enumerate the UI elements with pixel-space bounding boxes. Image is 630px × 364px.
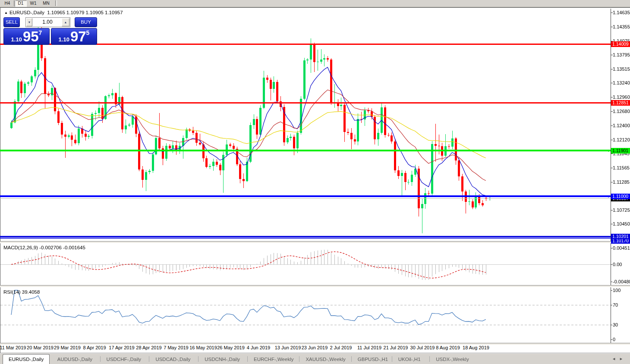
toolbar-separator xyxy=(55,0,57,6)
current-price-line xyxy=(0,198,611,199)
panel-separator-main-macd[interactable] xyxy=(0,241,630,243)
sell-price-prefix: 1.10 xyxy=(11,36,22,43)
line-anchor-icon[interactable]: ◄ xyxy=(606,149,610,152)
tab-separator xyxy=(351,356,352,362)
tab-item-ukoil-h1[interactable]: UKOil-,H1 xyxy=(393,355,426,364)
ohlc-open: 1.10965 xyxy=(47,10,65,15)
rsi-axis-label: 30 xyxy=(613,322,618,327)
price-axis-label: 1.10450 xyxy=(613,221,630,226)
macd-indicator-label: MACD(12,26,9) -0.002706 -0.001645 xyxy=(3,245,85,250)
buy-price-big: 97 xyxy=(70,28,86,44)
tab-scroll-left-icon[interactable]: ◄ xyxy=(612,357,619,361)
horizontal-line-1.12851[interactable] xyxy=(0,102,611,104)
macd-axis-label: -0.004806 xyxy=(613,279,630,284)
macd-values: -0.002706 -0.001645 xyxy=(39,245,85,250)
price-axis-label: 1.12400 xyxy=(613,123,630,128)
timeframe-button-mn[interactable]: MN xyxy=(41,0,52,6)
rsi-axis-label: 0 xyxy=(613,337,615,342)
price-badge-1.11901: 1.11901 xyxy=(611,148,630,154)
chart-tab-bar: ◄► EURUSD-,DailyAUDUSD-,DailyUSDCHF-,Dai… xyxy=(0,353,630,364)
tab-separator xyxy=(429,356,430,362)
symbol-period-label: EURUSD-,Daily xyxy=(9,10,44,15)
macd-axis-label: 0.00 xyxy=(613,262,622,267)
rsi-axis-label: 100 xyxy=(613,288,621,293)
tab-scroll-arrows[interactable]: ◄► xyxy=(612,357,627,361)
price-axis-label: 1.13795 xyxy=(613,52,630,57)
timeframe-toolbar: H4D1W1MN xyxy=(0,0,630,7)
price-badge-1.11000: 1.11000 xyxy=(611,194,630,199)
horizontal-line-1.11000[interactable] xyxy=(0,195,611,197)
ohlc-high: 1.10979 xyxy=(66,10,85,15)
tab-item-audusd-daily[interactable]: AUDUSD-,Daily xyxy=(52,355,98,364)
macd-axis-label: 0.004517 xyxy=(613,245,630,251)
tab-separator xyxy=(247,356,248,362)
tab-separator xyxy=(299,356,299,362)
price-axis-label: 1.11565 xyxy=(613,165,630,170)
one-click-trading-panel: SELL ▼ 1.00 ▲ BUY 1.10 95 7 1.10 97 5 xyxy=(3,17,97,45)
panel-separator-macd-rsi[interactable] xyxy=(0,285,630,287)
tab-scroll-right-icon[interactable]: ► xyxy=(619,357,627,361)
horizontal-line-1.10170[interactable] xyxy=(0,238,611,238)
price-axis-label: 1.14635 xyxy=(613,10,630,15)
ohlc-close: 1.10957 xyxy=(105,10,123,15)
price-axis-label: 1.13240 xyxy=(613,80,630,85)
price-badge-1.12851: 1.12851 xyxy=(611,100,630,106)
price-axis-label: 1.10725 xyxy=(613,207,630,213)
toolbar-separator xyxy=(14,0,16,6)
timeframe-button-w1[interactable]: W1 xyxy=(28,0,39,6)
tab-item-usdchf-daily[interactable]: USDCHF-,Daily xyxy=(101,355,147,364)
rsi-indicator-label: RSI(14) 39.4058 xyxy=(3,289,40,295)
collapse-triangle-icon[interactable]: ▲ xyxy=(4,11,8,15)
volume-decrease-icon[interactable]: ▼ xyxy=(26,18,32,26)
buy-price-sup: 5 xyxy=(86,29,90,36)
ohlc-low: 1.10905 xyxy=(85,10,104,15)
volume-stepper: ▼ 1.00 ▲ xyxy=(25,17,70,27)
sell-price-sup: 7 xyxy=(39,29,42,36)
volume-value[interactable]: 1.00 xyxy=(33,18,62,27)
tab-separator xyxy=(198,356,198,362)
buy-button[interactable]: BUY xyxy=(75,17,97,27)
price-axis-label: 1.12120 xyxy=(613,137,630,142)
sell-button[interactable]: SELL xyxy=(3,17,20,27)
tab-item-gbpusd-h1[interactable]: GBPUSD-,H1 xyxy=(352,355,394,364)
tab-item-eurusd-daily[interactable]: EURUSD-,Daily xyxy=(3,354,50,364)
rsi-axis-label: 70 xyxy=(613,302,618,308)
buy-price-button[interactable]: 1.10 97 5 xyxy=(51,28,97,45)
rsi-value: 39.4058 xyxy=(22,289,40,295)
tab-item-eurchf-weekly[interactable]: EURCHF-,Weekly xyxy=(248,355,299,364)
price-axis-border xyxy=(611,9,611,343)
tab-item-usdx-weekly[interactable]: USDX-,Weekly xyxy=(430,355,474,364)
price-axis-label: 1.11285 xyxy=(613,179,630,185)
sell-price-button[interactable]: 1.10 95 7 xyxy=(3,28,50,45)
tab-item-usdcnh-daily[interactable]: USDCNH-,Daily xyxy=(199,355,246,364)
volume-increase-icon[interactable]: ▲ xyxy=(62,18,69,26)
line-anchor-icon[interactable]: ◄ xyxy=(606,195,610,198)
timeframe-button-h4[interactable]: H4 xyxy=(2,0,13,6)
tab-item-xauusd-weekly[interactable]: XAUUSD-,Weekly xyxy=(300,355,351,364)
timeframe-button-d1[interactable]: D1 xyxy=(15,0,27,7)
tab-separator xyxy=(149,356,149,362)
trading-terminal: H4D1W1MN ▲EURUSD-,Daily 1.109651.109791.… xyxy=(0,0,630,364)
panel-separator-rsi-dates xyxy=(0,343,630,345)
price-axis-label: 1.14355 xyxy=(613,24,630,29)
chart-ohlc-header: ▲EURUSD-,Daily 1.109651.109791.109051.10… xyxy=(4,10,124,15)
horizontal-line-1.10201[interactable] xyxy=(0,236,611,237)
price-axis-label: 1.12960 xyxy=(613,94,630,100)
rsi-name: RSI(14) xyxy=(3,289,21,295)
price-axis-label: 1.13515 xyxy=(613,66,630,72)
tab-separator xyxy=(100,356,101,362)
macd-name: MACD(12,26,9) xyxy=(3,245,38,250)
tab-item-usdcad-daily[interactable]: USDCAD-,Daily xyxy=(150,355,196,364)
buy-price-prefix: 1.10 xyxy=(59,36,69,43)
price-axis-label: 1.12680 xyxy=(613,109,630,114)
price-chart-canvas[interactable] xyxy=(0,0,630,364)
price-badge-1.14009: 1.14009 xyxy=(611,41,630,47)
sell-price-big: 95 xyxy=(23,28,39,44)
tab-separator xyxy=(392,356,392,362)
price-badge-1.10201: 1.10201 xyxy=(611,234,630,239)
horizontal-line-1.11901[interactable] xyxy=(0,150,611,151)
